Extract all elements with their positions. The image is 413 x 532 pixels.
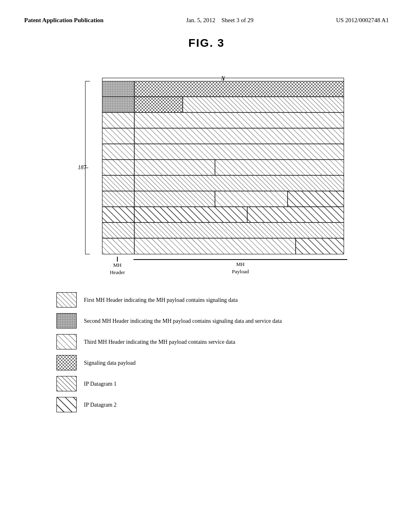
legend-text-2: Second MH Header indicating the MH paylo… [84, 317, 282, 325]
legend-pattern-2 [56, 313, 77, 328]
bottom-labels: MHHeader MHPayload [101, 257, 347, 276]
svg-rect-28 [215, 191, 288, 207]
diagram-grid [102, 81, 344, 254]
svg-rect-11 [134, 81, 344, 97]
svg-rect-30 [102, 207, 134, 222]
svg-rect-18 [134, 128, 344, 144]
brace-label: 187 [78, 164, 86, 171]
legend-text-6: IP Datagram 2 [84, 401, 117, 409]
svg-rect-51 [57, 355, 77, 370]
legend-text-3: Third MH Header indicating the MH payloa… [84, 338, 235, 346]
publication-label: Patent Application Publication [24, 17, 104, 23]
svg-rect-14 [183, 97, 344, 112]
svg-rect-20 [134, 144, 344, 160]
svg-rect-40 [57, 293, 77, 308]
svg-rect-55 [57, 397, 77, 412]
legend-item-4: Signaling data payload [56, 355, 359, 370]
legend-pattern-4 [56, 355, 77, 370]
legend-text-5: IP Datagram 1 [84, 380, 117, 388]
svg-rect-36 [134, 238, 296, 254]
mh-header-label: MHHeader [110, 262, 125, 276]
legend-item-1: First MH Header indicating the MH payloa… [56, 292, 359, 308]
svg-rect-10 [102, 81, 134, 97]
svg-rect-25 [134, 175, 344, 191]
svg-rect-34 [134, 222, 344, 238]
svg-rect-48 [57, 335, 77, 349]
svg-rect-24 [102, 175, 134, 191]
svg-rect-46 [57, 314, 77, 328]
svg-rect-53 [57, 376, 77, 391]
svg-rect-22 [134, 160, 215, 175]
legend-pattern-1 [56, 292, 77, 308]
header-left: Patent Application Publication [24, 16, 104, 25]
svg-rect-12 [102, 97, 134, 112]
svg-rect-16 [134, 112, 344, 128]
svg-rect-13 [134, 97, 183, 112]
header-center: Jan. 5, 2012 Sheet 3 of 29 [186, 16, 253, 25]
legend-pattern-6 [56, 397, 77, 412]
svg-rect-19 [102, 144, 134, 160]
header: Patent Application Publication Jan. 5, 2… [24, 16, 389, 25]
svg-rect-37 [296, 238, 344, 254]
figure-title: FIG. 3 [24, 37, 389, 50]
svg-rect-27 [134, 191, 215, 207]
legend-item-3: Third MH Header indicating the MH payloa… [56, 334, 359, 349]
legend-item-2: Second MH Header indicating the MH paylo… [56, 313, 359, 328]
svg-rect-26 [102, 191, 134, 207]
legend-pattern-5 [56, 376, 77, 391]
date-label: Jan. 5, 2012 [186, 17, 215, 23]
legend-item-5: IP Datagram 1 [56, 376, 359, 391]
svg-rect-21 [102, 160, 134, 175]
svg-rect-29 [288, 191, 344, 207]
patent-number: US 2012/0002748 A1 [336, 17, 389, 23]
legend-item-6: IP Datagram 2 [56, 397, 359, 412]
svg-rect-15 [102, 112, 134, 128]
svg-rect-23 [215, 160, 344, 175]
sheet-label: Sheet 3 of 29 [221, 17, 254, 23]
svg-rect-35 [102, 238, 134, 254]
legend: First MH Header indicating the MH payloa… [56, 292, 359, 412]
mh-payload-label: MHPayload [232, 261, 249, 275]
legend-text-4: Signaling data payload [84, 359, 136, 367]
svg-rect-17 [102, 128, 134, 144]
svg-rect-31 [134, 207, 247, 222]
legend-pattern-3 [56, 334, 77, 349]
svg-rect-33 [102, 222, 134, 238]
header-right: US 2012/0002748 A1 [336, 16, 389, 25]
svg-rect-32 [247, 207, 344, 222]
legend-text-1: First MH Header indicating the MH payloa… [84, 296, 238, 304]
page: Patent Application Publication Jan. 5, 2… [0, 0, 413, 532]
